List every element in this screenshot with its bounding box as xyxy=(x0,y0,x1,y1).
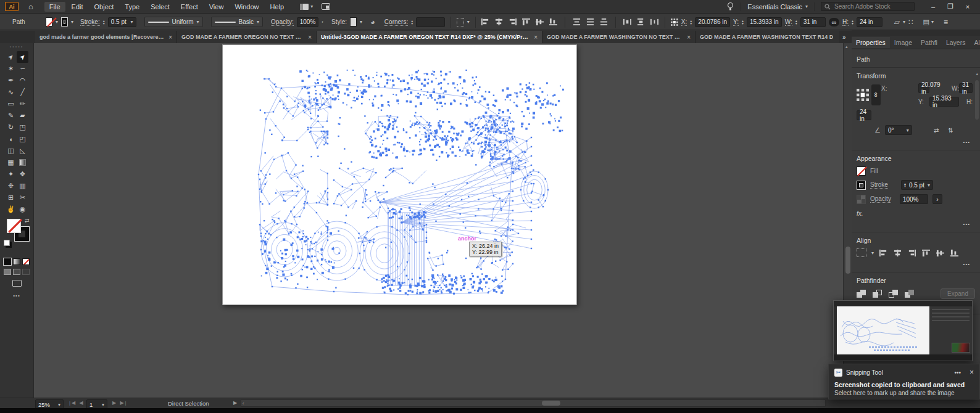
align-h-center-icon[interactable] xyxy=(893,249,902,257)
symbol-sprayer-tool[interactable]: ❉ xyxy=(5,180,17,192)
fx-icon[interactable]: fx. xyxy=(857,210,863,217)
first-artboard-icon[interactable]: |◀ ◀ xyxy=(69,400,85,406)
stroke-swatch[interactable] xyxy=(61,17,68,27)
toolbar-grip[interactable]: ••••• xyxy=(0,44,33,49)
panel-scroll-thumb[interactable] xyxy=(975,80,979,120)
horizontal-scrollbar[interactable]: ‹ xyxy=(241,399,826,407)
discover-lightbulb-icon[interactable] xyxy=(726,2,734,11)
column-graph-tool[interactable]: ▥ xyxy=(17,180,28,192)
toolbar-more-icon[interactable]: ••• xyxy=(0,293,33,298)
menu-type[interactable]: Type xyxy=(120,2,144,12)
pathfinder-minus-front-icon[interactable] xyxy=(873,290,883,298)
align-top-icon[interactable] xyxy=(921,249,931,257)
search-input[interactable] xyxy=(833,2,907,10)
pathfinder-unite-icon[interactable] xyxy=(857,290,867,298)
direct-selection-tool[interactable]: ➤ xyxy=(17,51,28,63)
fill-indicator[interactable] xyxy=(7,219,21,233)
chevron-down-icon[interactable]: ▾ xyxy=(903,19,905,25)
curvature-tool[interactable]: ◠ xyxy=(17,75,28,86)
lasso-tool[interactable]: ∽ xyxy=(17,63,28,75)
align-left-icon[interactable] xyxy=(879,249,888,257)
eraser-tool[interactable]: ▰ xyxy=(17,110,28,121)
rotate-tool[interactable]: ↻ xyxy=(5,121,17,133)
fill-swatch[interactable] xyxy=(857,166,866,176)
select-similar-icon[interactable] xyxy=(457,18,464,27)
app-logo-icon[interactable]: Ai xyxy=(5,2,19,11)
snipping-tool-notification[interactable]: ✂ Snipping Tool ••• × Screenshot copied … xyxy=(828,364,980,399)
y-field[interactable]: 15.3933 in xyxy=(747,17,782,27)
chevron-down-icon[interactable]: ▾ xyxy=(71,19,73,25)
close-button[interactable]: × xyxy=(959,0,976,13)
canvas-pasteboard[interactable]: anchor X: 26.24 in Y: 22.99 in xyxy=(34,43,843,398)
mesh-tool[interactable]: ▦ xyxy=(5,157,17,168)
share-screen-icon[interactable] xyxy=(322,3,330,10)
style-swatch[interactable] xyxy=(350,17,357,27)
artwork-canvas[interactable] xyxy=(223,45,578,306)
corners-stepper[interactable]: ▴▾ xyxy=(411,20,413,25)
h-stepper[interactable]: ▴▾ xyxy=(852,20,853,25)
next-artboard-icon[interactable]: ▶ ▶| xyxy=(112,400,128,406)
blend-tool[interactable]: ❖ xyxy=(17,168,28,180)
pen-tool[interactable]: ✒ xyxy=(5,75,17,86)
menu-window[interactable]: Window xyxy=(230,2,264,12)
artboard[interactable] xyxy=(222,44,577,305)
horizontal-scroll-thumb[interactable] xyxy=(542,401,560,406)
distribute-bottom-icon[interactable] xyxy=(599,18,608,26)
document-tab[interactable]: GOD MADE A FARMER WASHINGTON TEXT R14 D xyxy=(696,31,839,43)
distribute-v-space-icon[interactable] xyxy=(636,18,646,26)
scale-tool[interactable]: ◳ xyxy=(17,121,28,133)
x-field[interactable]: 20.079 in xyxy=(918,83,929,93)
shear-icon[interactable]: ▱ xyxy=(894,18,900,27)
transform-more-icon[interactable]: ••• xyxy=(963,139,970,145)
corners-label[interactable]: Corners: xyxy=(384,18,408,26)
stroke-weight-label[interactable]: Stroke: xyxy=(80,18,100,26)
panel-menu-icon[interactable]: ≡ xyxy=(944,18,948,27)
document-tab[interactable]: GOD MADE A FARMER OREGON NO TEXT R14 DXF… xyxy=(177,31,317,43)
stroke-swatch[interactable] xyxy=(857,181,866,190)
chevron-down-icon[interactable]: ▾ xyxy=(360,19,362,25)
default-fill-stroke-icon[interactable] xyxy=(4,240,10,246)
align-left-icon[interactable] xyxy=(481,18,490,26)
flip-horizontal-icon[interactable]: ⇄ xyxy=(934,127,939,134)
rectangle-tool[interactable]: ▭ xyxy=(5,98,17,110)
stroke-weight-field[interactable]: ▴▾ 0.5 pt ▾ xyxy=(901,180,933,190)
snip-preview-thumbnail[interactable] xyxy=(833,300,973,361)
document-tab[interactable]: god made a farmer good elements [Recover… xyxy=(35,31,177,43)
home-icon[interactable]: ⌂ xyxy=(28,2,33,11)
flip-vertical-icon[interactable]: ⇅ xyxy=(948,127,953,134)
reference-point-icon[interactable] xyxy=(671,17,678,27)
align-v-center-icon[interactable] xyxy=(535,18,544,26)
width-tool[interactable]: ◖ xyxy=(5,133,17,145)
x-field[interactable]: 20.0786 in xyxy=(695,17,730,27)
line-segment-tool[interactable]: ╱ xyxy=(17,86,28,98)
angle-field[interactable]: 0°▾ xyxy=(885,125,912,135)
perspective-grid-tool[interactable]: ◺ xyxy=(17,145,28,157)
workspace-switcher-icon[interactable]: ▾ xyxy=(300,4,313,10)
hand-tool[interactable]: ✌ xyxy=(5,203,17,215)
eyedropper-tool[interactable]: ✦ xyxy=(5,168,17,180)
gradient-tool[interactable] xyxy=(17,157,28,168)
w-field[interactable]: 31 in xyxy=(800,17,826,27)
tab-properties[interactable]: Properties xyxy=(852,37,890,48)
zoom-tool[interactable]: ◉ xyxy=(17,203,28,215)
align-more-icon[interactable]: ••• xyxy=(963,261,970,267)
chevron-down-icon[interactable]: ▾ xyxy=(56,19,58,25)
artboard-tool[interactable]: ⊞ xyxy=(5,192,17,203)
gpu-preview-icon[interactable]: ∷ xyxy=(908,18,913,27)
menu-effect[interactable]: Effect xyxy=(176,2,203,12)
w-stepper[interactable]: ▴▾ xyxy=(795,20,797,25)
opacity-swatch[interactable] xyxy=(857,195,866,204)
tab-overflow-icon[interactable]: » xyxy=(839,31,849,43)
shape-builder-tool[interactable]: ◫ xyxy=(5,145,17,157)
opacity-link[interactable]: Opacity xyxy=(870,195,891,203)
chevron-down-icon[interactable]: ▾ xyxy=(467,19,470,25)
pathfinder-exclude-icon[interactable] xyxy=(905,290,915,298)
notification-more-icon[interactable]: ••• xyxy=(954,369,961,376)
align-right-icon[interactable] xyxy=(907,249,916,257)
menu-select[interactable]: Select xyxy=(146,2,175,12)
close-icon[interactable]: × xyxy=(168,34,172,41)
selection-tool[interactable]: ➤ xyxy=(5,51,17,63)
stroke-weight-field[interactable]: 0.5 pt▾ xyxy=(108,17,136,27)
distribute-top-icon[interactable] xyxy=(572,18,581,26)
close-icon[interactable]: × xyxy=(534,34,538,41)
